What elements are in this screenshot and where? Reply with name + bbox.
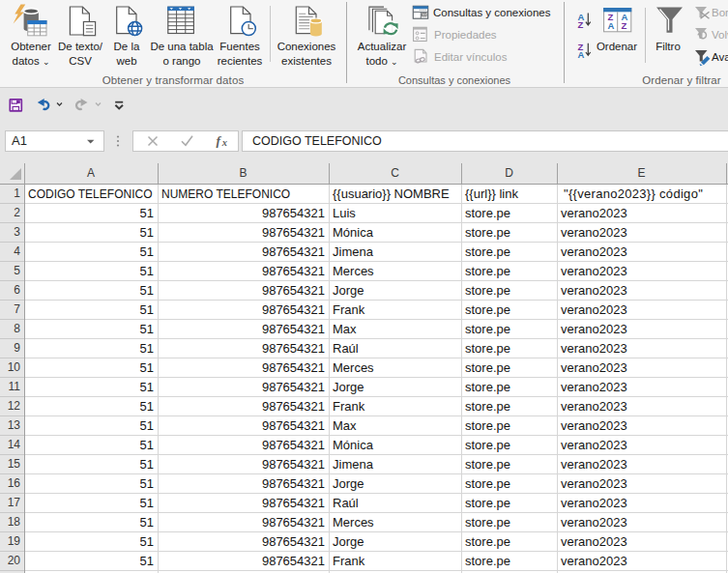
svg-text:A: A [607,20,614,31]
svg-text:Z: Z [622,20,627,31]
svg-text:A: A [578,49,585,60]
svg-text:f: f [217,133,222,148]
svg-text:x: x [221,137,227,148]
svg-text:Z: Z [578,19,584,30]
